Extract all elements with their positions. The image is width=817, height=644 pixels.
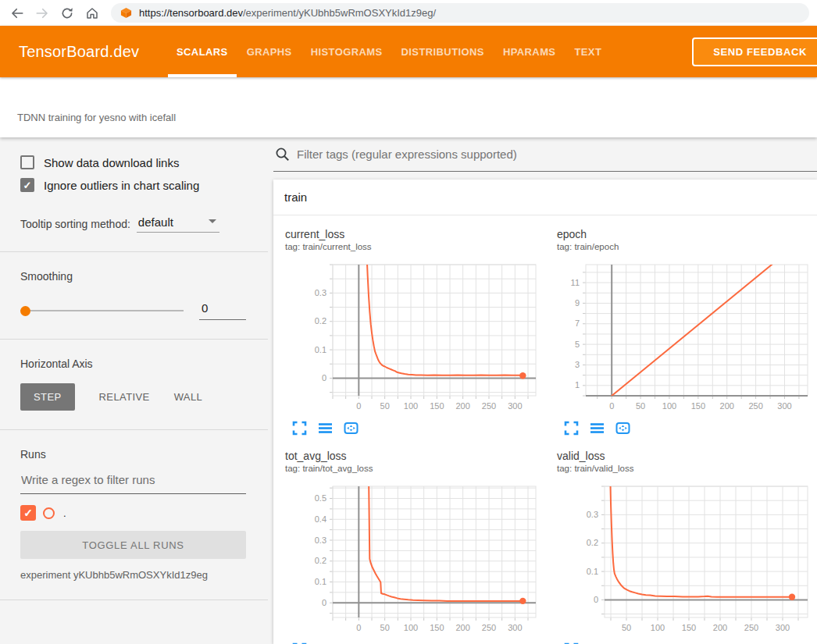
forward-icon[interactable] xyxy=(35,6,49,20)
tab-histograms[interactable]: HISTOGRAMS xyxy=(302,26,391,77)
tooltip-sorting-row: Tooltip sorting method: default xyxy=(20,215,246,233)
svg-text:200: 200 xyxy=(455,623,469,632)
chart-toolbar xyxy=(564,421,817,436)
svg-text:300: 300 xyxy=(776,623,790,632)
svg-text:50: 50 xyxy=(622,623,631,632)
svg-text:200: 200 xyxy=(455,401,469,411)
svg-text:50: 50 xyxy=(380,623,390,632)
svg-text:0: 0 xyxy=(609,401,614,411)
show-download-links-row[interactable]: Show data download links xyxy=(20,155,246,169)
axis-step-button[interactable]: STEP xyxy=(20,383,75,411)
chart-card-epoch: epoch tag: train/epoch 05010015020025030… xyxy=(545,215,817,437)
run-name: . xyxy=(63,507,66,519)
log-scale-icon[interactable] xyxy=(590,421,605,436)
tag-group-name: train xyxy=(284,190,307,204)
send-feedback-button[interactable]: SEND FEEDBACK xyxy=(692,37,817,66)
ignore-outliers-checkbox[interactable]: ✓ xyxy=(20,178,34,192)
svg-text:11: 11 xyxy=(571,278,580,287)
expand-chart-icon[interactable] xyxy=(564,421,579,436)
reload-icon[interactable] xyxy=(60,6,74,20)
chart-toolbar xyxy=(292,421,545,436)
toggle-all-runs-button[interactable]: TOGGLE ALL RUNS xyxy=(20,531,246,559)
svg-text:100: 100 xyxy=(651,623,665,632)
svg-text:200: 200 xyxy=(720,401,734,411)
chart-title: valid_loss xyxy=(557,450,817,463)
chart-tag: tag: train/current_loss xyxy=(285,242,545,255)
chart-title: epoch xyxy=(557,228,817,241)
log-scale-icon[interactable] xyxy=(318,421,333,436)
tag-group-card: train current_loss tag: train/current_lo… xyxy=(273,180,817,644)
chart-plot[interactable]: 0501001502002503001357911 xyxy=(550,262,812,418)
horizontal-axis-label: Horizontal Axis xyxy=(20,358,246,370)
svg-text:0.1: 0.1 xyxy=(315,345,326,354)
chart-title: tot_avg_loss xyxy=(285,450,545,463)
chart-plot[interactable]: 05010015020025030000.10.20.30.40.5 xyxy=(278,483,540,639)
axis-relative-button[interactable]: RELATIVE xyxy=(99,391,150,403)
svg-text:200: 200 xyxy=(713,623,727,632)
tab-text[interactable]: TEXT xyxy=(565,26,610,77)
tooltip-sorting-dropdown[interactable]: default xyxy=(137,215,219,233)
axis-wall-button[interactable]: WALL xyxy=(174,391,203,403)
tooltip-sorting-label: Tooltip sorting method: xyxy=(20,218,130,233)
chart-tag: tag: train/epoch xyxy=(557,242,817,255)
runs-section: Runs ✓ . TOGGLE ALL RUNS experiment yKUb… xyxy=(0,430,268,600)
checkbox-label: Show data download links xyxy=(44,156,179,169)
run-checkbox[interactable]: ✓ xyxy=(20,505,36,521)
tab-graphs[interactable]: GRAPHS xyxy=(238,26,301,77)
svg-text:0.1: 0.1 xyxy=(587,567,598,576)
tab-distributions[interactable]: DISTRIBUTIONS xyxy=(393,26,493,77)
smoothing-section: Smoothing 0 xyxy=(0,252,268,340)
home-icon[interactable] xyxy=(85,6,99,20)
runs-label: Runs xyxy=(20,448,246,461)
svg-text:250: 250 xyxy=(744,623,758,632)
chart-tag: tag: train/valid_loss xyxy=(557,464,817,477)
svg-text:0.5: 0.5 xyxy=(315,493,326,503)
chart-card-tot-avg-loss: tot_avg_loss tag: train/tot_avg_loss 050… xyxy=(273,437,545,644)
address-bar[interactable]: https://tensorboard.dev/experiment/yKUbh… xyxy=(111,3,809,23)
tab-hparams[interactable]: HPARAMS xyxy=(494,26,565,77)
svg-text:50: 50 xyxy=(636,401,645,411)
tab-scalars[interactable]: SCALARS xyxy=(168,26,237,77)
svg-text:100: 100 xyxy=(662,401,676,411)
show-download-links-checkbox[interactable] xyxy=(20,155,34,169)
svg-text:150: 150 xyxy=(691,401,705,411)
smoothing-value[interactable]: 0 xyxy=(199,301,246,320)
browser-toolbar: https://tensorboard.dev/experiment/yKUbh… xyxy=(0,0,817,26)
main-panel: train current_loss tag: train/current_lo… xyxy=(268,137,817,644)
smoothing-slider[interactable] xyxy=(20,310,184,311)
svg-text:0: 0 xyxy=(322,598,326,607)
chart-plot[interactable]: 5010015020025030000.10.20.3 xyxy=(550,483,812,639)
svg-text:150: 150 xyxy=(430,401,444,411)
chart-title: current_loss xyxy=(285,228,545,241)
charts-grid: current_loss tag: train/current_loss 050… xyxy=(273,215,817,644)
run-item: ✓ . xyxy=(20,505,246,521)
chart-card-valid-loss: valid_loss tag: train/valid_loss 5010015… xyxy=(545,437,817,644)
smoothing-slider-thumb[interactable] xyxy=(20,306,30,316)
chart-plot[interactable]: 05010015020025030000.10.20.3 xyxy=(278,262,540,418)
ignore-outliers-row[interactable]: ✓ Ignore outliers in chart scaling xyxy=(20,178,246,192)
svg-text:150: 150 xyxy=(682,623,696,632)
tag-group-header[interactable]: train xyxy=(273,180,817,215)
svg-text:0.3: 0.3 xyxy=(315,288,326,297)
svg-text:5: 5 xyxy=(575,340,580,349)
svg-text:0.4: 0.4 xyxy=(315,514,326,524)
svg-text:100: 100 xyxy=(404,623,418,632)
tooltip-sorting-value: default xyxy=(138,215,173,229)
svg-text:150: 150 xyxy=(430,623,444,632)
run-filter-input[interactable] xyxy=(20,473,246,494)
experiment-title: TDNN training for yesno with icefall xyxy=(0,77,817,123)
url-path: /experiment/yKUbhb5wRmOSXYkId1z9eg/ xyxy=(243,7,436,19)
fit-domain-icon[interactable] xyxy=(615,421,630,436)
expand-chart-icon[interactable] xyxy=(292,421,307,436)
fit-domain-icon[interactable] xyxy=(344,421,359,436)
back-icon[interactable] xyxy=(10,6,24,20)
tag-filter-input[interactable] xyxy=(297,148,817,161)
svg-text:300: 300 xyxy=(508,623,522,632)
svg-text:100: 100 xyxy=(404,401,418,411)
svg-text:50: 50 xyxy=(380,401,390,411)
svg-text:250: 250 xyxy=(482,401,496,411)
svg-text:0.1: 0.1 xyxy=(315,577,326,586)
svg-text:250: 250 xyxy=(748,401,762,411)
run-color-swatch[interactable] xyxy=(43,507,55,519)
svg-text:0.2: 0.2 xyxy=(315,316,326,326)
